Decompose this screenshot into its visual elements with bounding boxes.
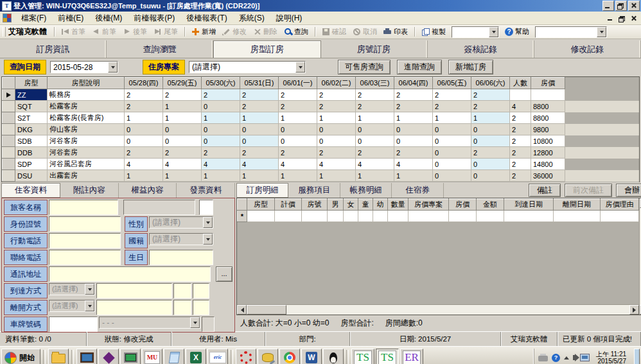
cell-S2T-8[interactable]: 1	[356, 112, 394, 124]
cell-SQT-7[interactable]: 2	[317, 101, 356, 112]
cell-S2T-1[interactable]: 松霧客房(長青房)	[48, 112, 125, 124]
menu-item-後檯報表(T)[interactable]: 後檯報表(T)	[180, 12, 233, 25]
cell-S2T-4[interactable]: 1	[202, 112, 240, 124]
taskbar-notepad-button[interactable]	[164, 349, 184, 364]
cell-SQT-8[interactable]: 2	[356, 101, 394, 112]
taskbar-chrome-button[interactable]	[279, 349, 300, 364]
cell-DDB-12[interactable]: 2	[510, 147, 531, 159]
cell-DKG-1[interactable]: 仰山客房	[48, 124, 125, 135]
cell-S2T-0[interactable]: S2T	[15, 112, 48, 124]
cell-ZZ-4[interactable]: 2	[202, 89, 240, 101]
cell-DDB-7[interactable]: 2	[317, 147, 356, 159]
cell-SDB-13[interactable]: 10800	[531, 135, 565, 147]
tab-權益內容[interactable]: 權益內容	[119, 183, 177, 198]
cell-DDB-10[interactable]: 0	[433, 147, 471, 159]
tab-訂房明細[interactable]: 訂房明細	[236, 183, 288, 198]
detail-cell-6[interactable]	[373, 211, 388, 222]
cell-SDP-13[interactable]: 14800	[531, 159, 565, 170]
cell-ZZ-10[interactable]: 2	[433, 89, 471, 101]
cell-DKG-8[interactable]: 0	[356, 124, 394, 135]
cell-ZZ-5[interactable]: 2	[240, 89, 279, 101]
cell-SQT-0[interactable]: SQT	[15, 101, 48, 112]
taskbar-folder-button[interactable]	[48, 349, 69, 364]
cell-DKG-11[interactable]: 0	[471, 124, 510, 135]
cell-SDP-1[interactable]: 河谷風呂套房	[48, 159, 125, 170]
cell-ZZ-7[interactable]: 2	[317, 89, 356, 101]
cell-SQT-5[interactable]: 2	[240, 101, 279, 112]
taskbar-visual-studio-button[interactable]	[98, 349, 119, 364]
cell-S2T-13[interactable]: 8800	[531, 112, 565, 124]
cell-DSU-4[interactable]: 1	[202, 170, 240, 182]
cell-SDB-4[interactable]: 0	[202, 135, 240, 147]
row-indicator[interactable]	[3, 159, 15, 170]
speaker-tray-icon[interactable]	[573, 355, 576, 360]
cell-SDP-2[interactable]: 4	[125, 159, 163, 170]
stay-project-select[interactable]: (請選擇)	[189, 61, 306, 73]
cell-DSU-3[interactable]: 1	[163, 170, 202, 182]
detail-cell-11[interactable]	[504, 211, 554, 222]
mdi-close-button[interactable]	[629, 14, 638, 22]
nationality-select[interactable]: (請選擇)	[149, 233, 213, 245]
dropdown-arrow-icon[interactable]	[108, 62, 118, 73]
cell-SQT-12[interactable]: 4	[510, 101, 531, 112]
cell-DDB-1[interactable]: 河谷套房	[48, 147, 125, 159]
cell-DDB-9[interactable]: 2	[394, 147, 433, 159]
dropdown-arrow-icon[interactable]	[85, 300, 94, 311]
menu-item-說明(H)[interactable]: 說明(H)	[270, 12, 308, 25]
dropdown-arrow-icon[interactable]	[190, 317, 200, 328]
taskbar-remote-desktop-button[interactable]	[120, 349, 141, 364]
phone-input[interactable]	[49, 250, 121, 265]
detail-cell-4[interactable]	[344, 211, 358, 222]
detail-cell-13[interactable]	[601, 211, 639, 222]
row-indicator[interactable]	[3, 101, 15, 112]
taskbar-ts-window-2-button[interactable]: TS	[376, 349, 399, 364]
cell-DSU-8[interactable]: 1	[356, 170, 394, 182]
taskbar-er-window-button[interactable]: ER	[400, 349, 423, 364]
cell-SDB-8[interactable]: 0	[356, 135, 394, 147]
toolbar-combo[interactable]	[535, 26, 607, 38]
tab-簽核記錄[interactable]: 簽核記錄	[428, 40, 534, 58]
cell-SDB-10[interactable]: 0	[433, 135, 471, 147]
detail-cell-8[interactable]	[408, 211, 449, 222]
cell-ZZ-13[interactable]	[531, 89, 565, 101]
cell-SDP-5[interactable]: 4	[240, 159, 279, 170]
dropdown-arrow-icon[interactable]	[203, 234, 213, 245]
cell-SQT-9[interactable]: 2	[394, 101, 433, 112]
tab-附註內容[interactable]: 附註內容	[60, 183, 119, 198]
address-more-button[interactable]: ...	[216, 266, 233, 282]
minimize-button[interactable]	[602, 1, 614, 11]
cell-SDP-6[interactable]: 4	[279, 159, 317, 170]
cell-DDB-3[interactable]: 2	[163, 147, 202, 159]
taskbar-excel-button[interactable]: X	[186, 349, 206, 364]
toolbar-search-button[interactable]: 查詢	[281, 26, 311, 37]
cell-DSU-5[interactable]: 1	[240, 170, 279, 182]
tab-服務項目[interactable]: 服務項目	[288, 183, 340, 198]
cell-SDB-2[interactable]: 0	[125, 135, 163, 147]
address-input[interactable]	[49, 266, 211, 282]
cell-DKG-4[interactable]: 0	[202, 124, 240, 135]
cell-SQT-13[interactable]: 8800	[531, 101, 565, 112]
button-新增訂房[interactable]: 新增訂房	[448, 60, 493, 74]
tab-房號訂房[interactable]: 房號訂房	[321, 40, 428, 58]
detail-cell-1[interactable]	[275, 211, 302, 222]
cell-SDB-9[interactable]: 0	[394, 135, 433, 147]
toolbar-add-button[interactable]: 新增	[189, 26, 218, 37]
tab-發票資料[interactable]: 發票資料	[177, 183, 235, 198]
button-備註[interactable]: 備註	[529, 184, 561, 197]
cell-SDB-1[interactable]: 河谷客房	[48, 135, 125, 147]
tab-訂房資訊[interactable]: 訂房資訊	[0, 40, 107, 58]
cell-DKG-10[interactable]: 0	[433, 124, 471, 135]
cell-DSU-11[interactable]: 0	[471, 170, 510, 182]
toolbar-print-button[interactable]: 印表	[381, 26, 410, 37]
cell-DKG-5[interactable]: 0	[240, 124, 279, 135]
cell-SQT-3[interactable]: 1	[163, 101, 202, 112]
mdi-restore-button[interactable]	[617, 14, 627, 22]
cell-SDB-6[interactable]: 0	[279, 135, 317, 147]
help-tray-icon[interactable]	[552, 354, 560, 362]
detail-cell-0[interactable]	[247, 211, 275, 222]
cell-SDP-4[interactable]: 4	[202, 159, 240, 170]
arrive-detail-input[interactable]	[96, 283, 172, 299]
detail-cell-7[interactable]	[388, 211, 408, 222]
cell-S2T-2[interactable]: 1	[125, 112, 163, 124]
query-date-select[interactable]: 2015-05-28	[50, 61, 118, 73]
